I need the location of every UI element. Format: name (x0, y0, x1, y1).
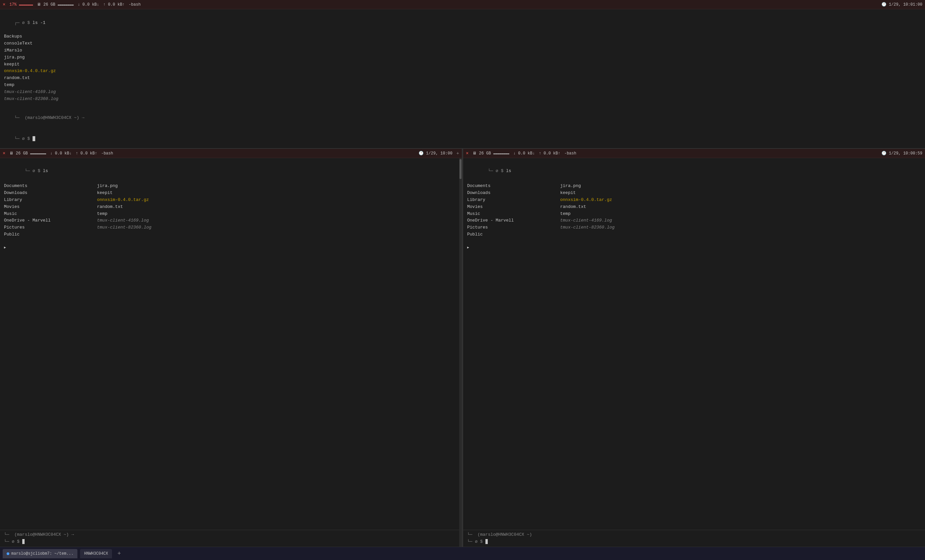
net-up-value: 0.0 kB↑ (108, 2, 125, 7)
right-pane-content: └─ ø $ ls Documents Downloads Library Mo… (463, 158, 925, 530)
right-file-movies: Movies (467, 203, 560, 211)
left-timestamp: 🕐 1/29, 10:00 (419, 151, 452, 156)
left-cmd-prompt: └─ ø $ ls (4, 161, 458, 181)
right-file-random: random.txt (560, 203, 921, 211)
file-onnxsim: onnxsim-0.4.0.tar.gz (4, 68, 921, 75)
left-file-library: Library (4, 197, 97, 203)
left-file-tmuxlog1: tmux-client-4169.log (97, 217, 458, 224)
tab-2-label: HNWH3C04CX (84, 551, 108, 556)
top-bar: × 17% ▬▬▬▬▬▬▬ 🖥 26 GB ▬▬▬▬▬▬▬▬ ↓ 0.0 kB↓… (0, 0, 925, 9)
left-mem: 🖥 26 GB ▬▬▬▬▬▬▬▬ (9, 151, 46, 156)
cpu-bar: ▬▬▬▬▬▬▬ (19, 3, 33, 7)
right-file-downloads: Downloads (467, 190, 560, 197)
right-file-onnxsim: onnxsim-0.4.0.tar.gz (560, 197, 921, 203)
left-net-up: ↑ 0.0 kB↑ (76, 151, 97, 156)
prompt-line-2: └─ ø $ (4, 128, 921, 149)
left-file-pictures: Pictures (4, 224, 97, 231)
file-temp: temp (4, 82, 921, 89)
right-net-down: ↓ 0.0 kB↓ (513, 151, 535, 156)
cursor (33, 136, 35, 141)
right-file-documents: Documents (467, 183, 560, 190)
left-file-onnxsim: onnxsim-0.4.0.tar.gz (97, 197, 458, 203)
right-prompt2: └─ ø $ (467, 538, 921, 545)
close-button[interactable]: × (3, 2, 5, 7)
file-tmuxlog1: tmux-client-4169.log (4, 89, 921, 96)
file-imarslo: iMarslo (4, 47, 921, 54)
add-tab-button[interactable]: + (114, 550, 124, 557)
right-pane-bottom: └─ (marslo@HNWH3C04CX ~) └─ ø $ (463, 530, 925, 547)
left-prompt2: └─ ø $ (4, 538, 458, 545)
right-pane: × 🖥 26 GB ▬▬▬▬▬▬▬▬ ↓ 0.0 kB↓ ↑ 0.0 kB↑ -… (463, 149, 925, 547)
mem-bar: ▬▬▬▬▬▬▬▬ (58, 3, 74, 7)
left-file-keepit: keepit (97, 190, 458, 197)
right-shell: -bash (564, 151, 576, 156)
file-backups: Backups (4, 33, 921, 40)
left-file-documents: Documents (4, 183, 97, 190)
right-col1: Documents Downloads Library Movies Music… (467, 183, 560, 238)
right-timestamp: 🕐 1/29, 10:00:59 (881, 151, 922, 156)
left-file-tmuxlog2: tmux-client-82360.log (97, 224, 458, 231)
left-file-jirapng: jira.png (97, 183, 458, 190)
mem-indicator: 🖥 26 GB ▬▬▬▬▬▬▬▬ (37, 2, 74, 7)
left-file-music: Music (4, 211, 97, 218)
left-file-onedrive: OneDrive - Marvell (4, 217, 97, 224)
right-file-music: Music (467, 211, 560, 218)
right-pane-topbar: × 🖥 26 GB ▬▬▬▬▬▬▬▬ ↓ 0.0 kB↓ ↑ 0.0 kB↑ -… (463, 149, 925, 158)
main-terminal: ┌─ ø $ ls -1 Backups consoleText iMarslo… (0, 9, 925, 149)
right-scroll-indicator: ▶ (467, 246, 469, 250)
file-consoletext: consoleText (4, 40, 921, 47)
left-pane-content: └─ ø $ ls Documents Downloads Library Mo… (0, 158, 462, 530)
right-file-onedrive: OneDrive - Marvell (467, 217, 560, 224)
left-file-public: Public (4, 231, 97, 238)
top-timestamp-value: 1/29, 10:01:00 (889, 2, 922, 7)
tab-1-dot (7, 552, 9, 555)
left-pane-topbar: × 🖥 26 GB ▬▬▬▬▬▬▬▬ ↓ 0.0 kB↓ ↑ 0.0 kB↑ -… (0, 149, 462, 158)
left-file-downloads: Downloads (4, 190, 97, 197)
shell-label: -bash (129, 2, 140, 7)
left-col1: Documents Downloads Library Movies Music… (4, 183, 97, 238)
split-container: × 🖥 26 GB ▬▬▬▬▬▬▬▬ ↓ 0.0 kB↓ ↑ 0.0 kB↑ -… (0, 149, 925, 547)
cmd-line: ┌─ ø $ ls -1 (4, 13, 921, 33)
left-col2: jira.png keepit onnxsim-0.4.0.tar.gz ran… (97, 183, 458, 238)
left-scroll-indicator: ▶ (4, 246, 6, 250)
prompt-line-1: └─ (marslo@HNWH3C04CX ~) → (4, 108, 921, 128)
left-pane: × 🖥 26 GB ▬▬▬▬▬▬▬▬ ↓ 0.0 kB↓ ↑ 0.0 kB↑ -… (0, 149, 462, 547)
left-prompt1: └─ (marslo@HNWH3C04CX ~) → (4, 531, 458, 538)
right-file-keepit: keepit (560, 190, 921, 197)
left-file-movies: Movies (4, 203, 97, 211)
tab-1[interactable]: marslo@sjcliobm7: ~/tem... (3, 549, 77, 558)
right-prompt1: └─ (marslo@HNWH3C04CX ~) (467, 531, 921, 538)
left-file-temp: temp (97, 211, 458, 218)
left-file-random: random.txt (97, 203, 458, 211)
status-bar: marslo@sjcliobm7: ~/tem... HNWH3C04CX + (0, 547, 925, 560)
net-up-indicator: ↑ 0.0 kB↑ (103, 2, 125, 7)
right-file-library: Library (467, 197, 560, 203)
tab-1-label: marslo@sjcliobm7: ~/tem... (11, 551, 74, 556)
left-net-down: ↓ 0.0 kB↓ (50, 151, 72, 156)
left-shell: -bash (101, 151, 113, 156)
right-file-public: Public (467, 231, 560, 238)
right-file-tmuxlog1: tmux-client-4169.log (560, 217, 921, 224)
left-plus-btn[interactable]: + (456, 151, 459, 156)
file-keepit: keepit (4, 61, 921, 68)
mem-value: 26 GB (43, 2, 55, 7)
net-down-indicator: ↓ 0.0 kB↓ (78, 2, 99, 7)
file-jirapng: jira.png (4, 54, 921, 61)
left-scrollbar[interactable] (459, 158, 462, 547)
right-mem: 🖥 26 GB ▬▬▬▬▬▬▬▬ (473, 151, 509, 156)
top-timestamp: 🕐 (881, 2, 889, 7)
right-col2: jira.png keepit onnxsim-0.4.0.tar.gz ran… (560, 183, 921, 238)
right-file-tmuxlog2: tmux-client-82360.log (560, 224, 921, 231)
right-file-temp: temp (560, 211, 921, 218)
net-down-value: 0.0 kB↓ (82, 2, 99, 7)
left-pane-bottom: └─ (marslo@HNWH3C04CX ~) → └─ ø $ (0, 530, 462, 547)
tab-2[interactable]: HNWH3C04CX (80, 549, 112, 558)
right-net-up: ↑ 0.0 kB↑ (539, 151, 560, 156)
cpu-percent: 17% (9, 2, 17, 7)
file-randomtxt: random.txt (4, 75, 921, 82)
right-file-jirapng: jira.png (560, 183, 921, 190)
right-close-btn[interactable]: × (466, 151, 469, 156)
file-tmuxlog2: tmux-client-82360.log (4, 96, 921, 102)
left-close-btn[interactable]: × (3, 151, 5, 156)
cpu-indicator: 17% ▬▬▬▬▬▬▬ (9, 2, 33, 7)
